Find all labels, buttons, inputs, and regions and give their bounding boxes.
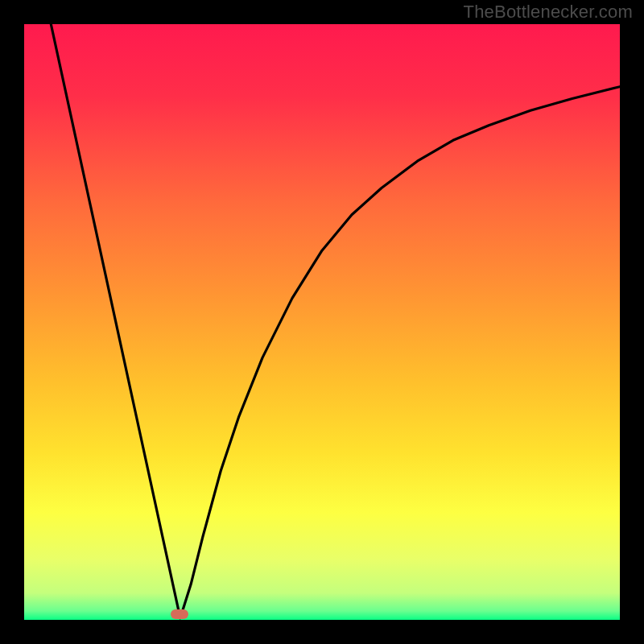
bottleneck-plot <box>24 24 620 620</box>
optimum-marker <box>171 609 188 619</box>
chart-frame: TheBottlenecker.com <box>0 0 644 644</box>
gradient-background <box>24 24 620 620</box>
watermark-text: TheBottlenecker.com <box>464 2 633 23</box>
